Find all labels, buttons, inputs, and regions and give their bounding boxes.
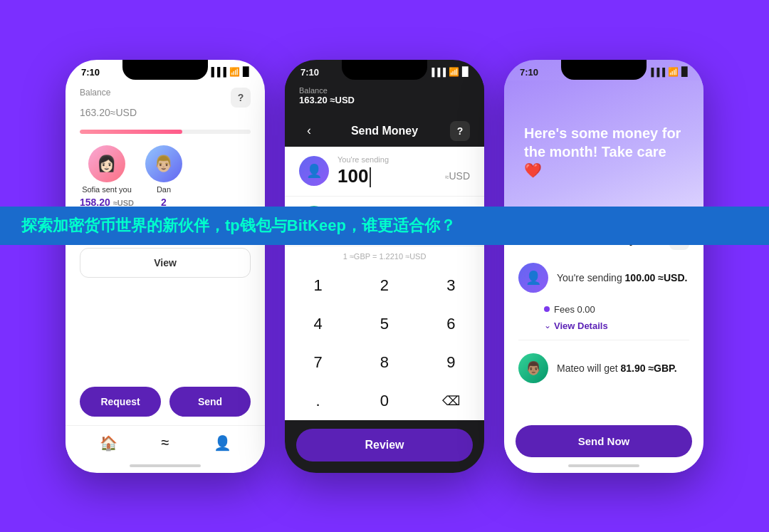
recipient-text: Mateo will get 81.90 ≈GBP. bbox=[557, 363, 677, 374]
banner: 探索加密货币世界的新伙伴，tp钱包与BitKeep，谁更适合你？ bbox=[0, 207, 769, 245]
status-time-3: 7:10 bbox=[520, 67, 538, 78]
gradient-top-section: Here's some money for the month! Take ca… bbox=[504, 80, 703, 223]
key-7[interactable]: 7 bbox=[285, 343, 351, 382]
notch-2 bbox=[342, 60, 427, 80]
home-nav-icon[interactable]: 🏠 bbox=[98, 433, 118, 453]
sending-amount[interactable]: 100 bbox=[338, 165, 371, 187]
recipient-avatar: 👨🏽 bbox=[518, 353, 548, 383]
contact-dan-name: Dan bbox=[157, 185, 171, 194]
phone2-balance-header: Balance 163.20 ≈USD bbox=[285, 80, 484, 114]
home-indicator bbox=[130, 464, 201, 467]
action-buttons: Request Send bbox=[66, 378, 265, 425]
sending-field-inner: You're sending 100 ≈USD bbox=[338, 155, 470, 187]
sending-field[interactable]: 👤 You're sending 100 ≈USD bbox=[285, 147, 484, 197]
fee-dot bbox=[544, 306, 550, 312]
status-time-1: 7:10 bbox=[81, 67, 100, 78]
phone3-body: ‹ Send Money ? 👤 You're sending 100.00 ≈… bbox=[504, 223, 703, 473]
recipient-amount: 81.90 ≈GBP. bbox=[620, 363, 676, 374]
key-6[interactable]: 6 bbox=[418, 305, 484, 343]
signal-icon-2: ▐▐▐ bbox=[429, 68, 446, 76]
key-9[interactable]: 9 bbox=[418, 343, 484, 382]
notch bbox=[122, 60, 208, 80]
back-button[interactable]: ‹ bbox=[299, 121, 319, 141]
view-details-row[interactable]: ⌄ View Details bbox=[504, 318, 703, 334]
wifi-icon: 📶 bbox=[229, 67, 240, 77]
key-2[interactable]: 2 bbox=[351, 266, 417, 305]
face-dan: 👨🏼 bbox=[154, 155, 173, 173]
numpad: 1 2 3 4 5 6 7 8 9 . 0 ⌫ bbox=[285, 266, 484, 420]
battery-icon-3: ▉ bbox=[681, 67, 688, 77]
balance-section: Balance 163.20≈USD bbox=[80, 88, 137, 121]
key-dot[interactable]: . bbox=[285, 382, 351, 420]
phone3-message: Here's some money for the month! Take ca… bbox=[524, 124, 684, 179]
send-button[interactable]: Send bbox=[169, 387, 251, 417]
progress-bar bbox=[80, 130, 251, 134]
progress-bar-section bbox=[66, 125, 265, 138]
face-sofia: 👩🏻 bbox=[97, 155, 116, 173]
wifi-icon-2: 📶 bbox=[449, 67, 459, 77]
view-button[interactable]: View bbox=[80, 248, 251, 278]
exchange-rate: 1 ≈GBP = 1.2210 ≈USD bbox=[285, 246, 484, 266]
wifi-icon-3: 📶 bbox=[668, 67, 679, 77]
key-8[interactable]: 8 bbox=[351, 343, 417, 382]
key-0[interactable]: 0 bbox=[351, 382, 417, 420]
balance-label: Balance bbox=[80, 88, 137, 98]
send-money-title: Send Money bbox=[351, 125, 418, 137]
key-3[interactable]: 3 bbox=[418, 266, 484, 305]
phones-container: 7:10 ▐▐▐ 📶 ▉ Balance 163.20≈USD ? bbox=[66, 60, 703, 473]
avatar-sofia: 👩🏻 bbox=[88, 145, 125, 182]
profile-nav-icon[interactable]: 👤 bbox=[212, 433, 232, 453]
sender-face-3: 👤 bbox=[525, 270, 541, 286]
confirm-sending-amount: 100.00 ≈USD. bbox=[625, 272, 688, 283]
fees-row: Fees 0.00 bbox=[504, 301, 703, 318]
bottom-nav: 🏠 ≈ 👤 bbox=[66, 425, 265, 464]
banner-text: 探索加密货币世界的新伙伴，tp钱包与BitKeep，谁更适合你？ bbox=[21, 215, 456, 236]
battery-icon: ▉ bbox=[243, 67, 249, 77]
balance-amount: 163.20≈USD bbox=[80, 99, 137, 121]
contact-sofia-name: Sofia sent you bbox=[82, 185, 132, 194]
avatar-dan: 👨🏼 bbox=[145, 145, 182, 182]
balance-header: Balance 163.20≈USD ? bbox=[66, 80, 265, 125]
notch-3 bbox=[561, 60, 647, 80]
sending-label: You're sending bbox=[338, 155, 470, 164]
key-4[interactable]: 4 bbox=[285, 305, 351, 343]
progress-fill bbox=[80, 130, 182, 134]
fees-text: Fees 0.00 bbox=[554, 304, 595, 315]
sending-currency: ≈USD bbox=[445, 169, 470, 182]
send-summary-row: 👤 You're sending 100.00 ≈USD. bbox=[504, 254, 703, 301]
key-backspace[interactable]: ⌫ bbox=[418, 382, 484, 420]
heart-emoji: ❤️ bbox=[524, 162, 542, 178]
review-button[interactable]: Review bbox=[296, 429, 473, 461]
request-button[interactable]: Request bbox=[80, 387, 161, 417]
sender-avatar: 👤 bbox=[299, 156, 329, 186]
signal-icon: ▐▐▐ bbox=[208, 67, 226, 77]
signal-icon-3: ▐▐▐ bbox=[649, 68, 665, 76]
key-5[interactable]: 5 bbox=[351, 305, 417, 343]
battery-icon-2: ▉ bbox=[462, 67, 469, 77]
sender-face: 👤 bbox=[306, 163, 322, 179]
key-1[interactable]: 1 bbox=[285, 266, 351, 305]
status-time-2: 7:10 bbox=[300, 67, 319, 78]
phone-confirm: 7:10 ▐▐▐ 📶 ▉ Here's some money for the m… bbox=[504, 60, 703, 473]
phone2-balance-label: Balance bbox=[299, 86, 470, 95]
send-summary-text: You're sending 100.00 ≈USD. bbox=[557, 272, 687, 283]
status-icons-2: ▐▐▐ 📶 ▉ bbox=[429, 67, 469, 77]
status-icons-3: ▐▐▐ 📶 ▉ bbox=[649, 67, 688, 77]
status-icons-1: ▐▐▐ 📶 ▉ bbox=[208, 67, 249, 77]
recipient-face: 👨🏽 bbox=[525, 360, 541, 376]
view-details-text: View Details bbox=[554, 320, 608, 331]
home-indicator-3 bbox=[568, 464, 639, 467]
send-money-nav: ‹ Send Money ? bbox=[285, 114, 484, 147]
send-now-button[interactable]: Send Now bbox=[516, 425, 692, 457]
help-button[interactable]: ? bbox=[231, 88, 251, 108]
phone-home: 7:10 ▐▐▐ 📶 ▉ Balance 163.20≈USD ? bbox=[66, 60, 265, 473]
chevron-down-icon: ⌄ bbox=[544, 320, 551, 330]
help-button-2[interactable]: ? bbox=[450, 121, 470, 141]
recipient-row: 👨🏽 Mateo will get 81.90 ≈GBP. bbox=[504, 346, 703, 390]
exchange-nav-icon[interactable]: ≈ bbox=[155, 433, 175, 453]
phone2-balance-amount: 163.20 ≈USD bbox=[299, 95, 470, 105]
sender-avatar-3: 👤 bbox=[518, 263, 548, 293]
phone-send: 7:10 ▐▐▐ 📶 ▉ Balance 163.20 ≈USD ‹ Send … bbox=[285, 60, 484, 473]
divider bbox=[518, 340, 689, 340]
